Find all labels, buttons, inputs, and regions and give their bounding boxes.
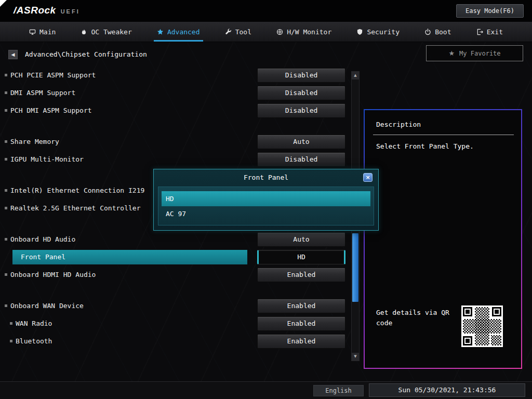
front-panel-dialog: Front Panel × HD AC 97 bbox=[153, 169, 379, 231]
item-bullet-icon bbox=[5, 238, 7, 241]
item-bullet-icon bbox=[5, 158, 7, 161]
setting-value-button[interactable]: Auto bbox=[257, 232, 345, 247]
top-bar: /ASRock UEFI Easy Mode(F6) bbox=[0, 0, 532, 22]
item-bullet-icon bbox=[5, 140, 7, 143]
tab-label: OC Tweaker bbox=[91, 28, 131, 36]
wrench-icon bbox=[225, 29, 232, 35]
power-icon bbox=[424, 29, 431, 35]
item-bullet-icon bbox=[10, 340, 12, 342]
tab-oc-tweaker[interactable]: OC Tweaker bbox=[81, 22, 131, 42]
tab-tool[interactable]: Tool bbox=[225, 22, 251, 42]
scroll-up-button[interactable]: ▲ bbox=[352, 72, 359, 79]
tab-boot[interactable]: Boot bbox=[424, 22, 451, 42]
back-arrow-icon: ◀ bbox=[11, 52, 15, 57]
setting-label: Intel(R) Ethernet Connection I219 bbox=[10, 183, 144, 198]
option-ac97[interactable]: AC 97 bbox=[162, 206, 370, 221]
dialog-option-list: HD AC 97 bbox=[158, 187, 374, 225]
item-bullet-icon bbox=[5, 74, 7, 76]
setting-label: DMI ASPM Support bbox=[10, 86, 75, 100]
setting-value-button[interactable]: Enabled bbox=[257, 334, 345, 349]
scrollbar-thumb[interactable] bbox=[352, 233, 358, 302]
tab-label: Boot bbox=[435, 28, 451, 36]
setting-value-button[interactable]: Disabled bbox=[257, 152, 345, 167]
description-title: Description bbox=[376, 121, 421, 128]
tab-label: Main bbox=[39, 28, 56, 36]
setting-value-button[interactable]: Disabled bbox=[257, 86, 345, 100]
setting-row: Bluetooth Enabled bbox=[0, 334, 360, 349]
tab-label: Exit bbox=[487, 28, 503, 36]
star-icon bbox=[157, 29, 164, 35]
easy-mode-button[interactable]: Easy Mode(F6) bbox=[456, 4, 524, 18]
setting-label: Onboard HDMI HD Audio bbox=[10, 268, 96, 282]
item-bullet-icon bbox=[5, 207, 7, 209]
bios-screen: /ASRock UEFI Easy Mode(F6) Main OC Tweak… bbox=[0, 0, 532, 399]
monitor-icon bbox=[29, 29, 36, 35]
setting-row: IGPU Multi-Monitor Disabled bbox=[0, 152, 360, 167]
setting-label: Front Panel bbox=[12, 250, 247, 264]
option-hd[interactable]: HD bbox=[162, 191, 370, 206]
flame-icon bbox=[81, 29, 87, 35]
setting-row: Onboard HD Audio Auto bbox=[0, 232, 360, 247]
setting-label: Bluetooth bbox=[16, 334, 52, 349]
setting-label: Share Memory bbox=[10, 135, 59, 149]
setting-label: Onboard HD Audio bbox=[10, 232, 75, 247]
dialog-title: Front Panel bbox=[154, 174, 378, 181]
qr-caption: Get details via QR code bbox=[376, 308, 459, 328]
tab-advanced[interactable]: Advanced bbox=[157, 22, 200, 42]
tab-exit[interactable]: Exit bbox=[476, 22, 503, 42]
setting-label: PCH DMI ASPM Support bbox=[10, 103, 92, 118]
setting-label: WAN Radio bbox=[16, 316, 52, 331]
datetime-display: Sun 05/30/2021, 21:43:56 bbox=[369, 383, 525, 397]
corner-decoration bbox=[0, 0, 7, 7]
item-bullet-icon bbox=[5, 304, 7, 307]
breadcrumb: Advanced\Chipset Configuration bbox=[25, 50, 147, 59]
tab-security[interactable]: Security bbox=[356, 22, 400, 42]
logo-uefi-text: UEFI bbox=[61, 8, 80, 15]
my-favorite-button[interactable]: ★ My Favorite bbox=[426, 45, 523, 61]
exit-icon bbox=[476, 29, 483, 35]
item-bullet-icon bbox=[10, 322, 12, 325]
setting-value-button[interactable]: Enabled bbox=[257, 299, 345, 313]
tab-main[interactable]: Main bbox=[29, 22, 56, 42]
shield-icon bbox=[356, 29, 363, 35]
item-bullet-icon bbox=[5, 189, 7, 192]
logo-text: /ASRock bbox=[14, 5, 56, 16]
setting-value-button[interactable]: Enabled bbox=[257, 268, 345, 282]
setting-row: DMI ASPM Support Disabled bbox=[0, 86, 360, 100]
star-icon: ★ bbox=[448, 49, 455, 57]
description-divider bbox=[373, 135, 514, 135]
item-bullet-icon bbox=[5, 91, 7, 94]
my-favorite-label: My Favorite bbox=[459, 50, 500, 57]
tab-label: Security bbox=[367, 28, 400, 36]
setting-label: PCH PCIE ASPM Support bbox=[10, 68, 96, 83]
setting-value-button[interactable]: HD bbox=[257, 250, 345, 264]
setting-row: WAN Radio Enabled bbox=[0, 316, 360, 331]
close-icon: × bbox=[365, 174, 370, 181]
setting-label: IGPU Multi-Monitor bbox=[10, 152, 84, 167]
setting-value-button[interactable]: Enabled bbox=[257, 316, 345, 331]
tab-label: Advanced bbox=[167, 28, 200, 36]
back-button[interactable]: ◀ bbox=[8, 50, 18, 59]
setting-value-button[interactable]: Auto bbox=[257, 135, 345, 149]
selected-row-highlight[interactable]: Front Panel bbox=[12, 250, 247, 264]
qr-code bbox=[461, 305, 503, 347]
setting-row: PCH PCIE ASPM Support Disabled bbox=[0, 68, 360, 83]
setting-value-button[interactable]: Disabled bbox=[257, 68, 345, 83]
setting-row: Onboard WAN Device Enabled bbox=[0, 299, 360, 313]
setting-label: Realtek 2.5G Ethernet Controller bbox=[10, 201, 140, 216]
bottom-bar: English Sun 05/30/2021, 21:43:56 bbox=[0, 381, 532, 399]
close-button[interactable]: × bbox=[363, 173, 373, 182]
asrock-logo: /ASRock UEFI bbox=[14, 5, 80, 16]
setting-label: Onboard WAN Device bbox=[10, 299, 84, 313]
setting-value-button[interactable]: Disabled bbox=[257, 103, 345, 118]
item-bullet-icon bbox=[5, 109, 7, 112]
tab-label: H/W Monitor bbox=[287, 28, 331, 36]
tab-hw-monitor[interactable]: H/W Monitor bbox=[276, 22, 331, 42]
setting-row-front-panel: Front Panel HD bbox=[0, 250, 360, 264]
setting-row: Share Memory Auto bbox=[0, 135, 360, 149]
description-panel: Description Select Front Panel Type. Get… bbox=[364, 109, 522, 369]
scroll-down-button[interactable]: ▼ bbox=[352, 353, 359, 361]
globe-icon bbox=[276, 29, 283, 35]
language-button[interactable]: English bbox=[313, 385, 364, 396]
setting-row: PCH DMI ASPM Support Disabled bbox=[0, 103, 360, 118]
